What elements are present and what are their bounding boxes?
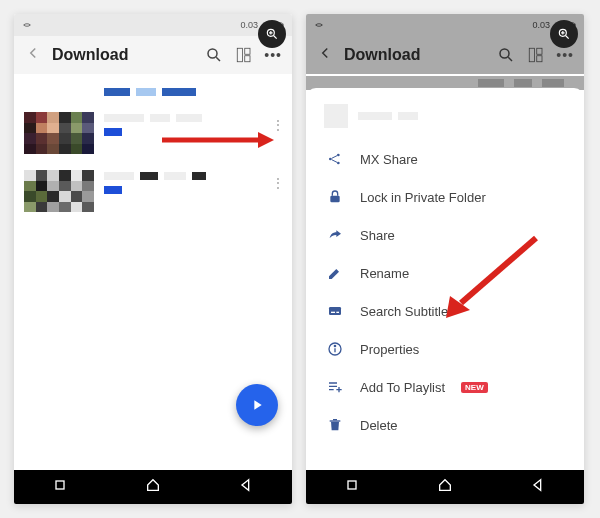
svg-line-11 xyxy=(217,57,221,61)
more-button[interactable]: ••• xyxy=(264,47,282,63)
menu-label: Delete xyxy=(360,418,398,433)
svg-point-42 xyxy=(334,345,335,346)
phone-left: 0.03 Download ••• xyxy=(14,14,292,504)
menu-label: Properties xyxy=(360,342,419,357)
menu-label: Rename xyxy=(360,266,409,281)
svg-rect-49 xyxy=(333,419,337,420)
playlist-add-icon xyxy=(326,378,344,396)
zoom-icon[interactable] xyxy=(258,20,286,48)
menu-properties[interactable]: Properties xyxy=(306,330,584,368)
svg-point-33 xyxy=(329,158,332,161)
page-title: Download xyxy=(344,46,486,64)
android-nav xyxy=(14,470,292,504)
svg-point-10 xyxy=(208,49,217,58)
list-item[interactable]: ⋮ xyxy=(14,104,292,162)
item-more-button[interactable]: ⋮ xyxy=(272,118,284,132)
share-nodes-icon xyxy=(326,150,344,168)
download-list: ⋮ ⋮ xyxy=(14,74,292,470)
list-item[interactable]: ⋮ xyxy=(14,162,292,220)
view-toggle[interactable] xyxy=(234,45,254,65)
android-back-button[interactable] xyxy=(530,477,546,497)
svg-rect-37 xyxy=(329,307,341,315)
menu-lock[interactable]: Lock in Private Folder xyxy=(306,178,584,216)
svg-line-29 xyxy=(509,57,513,61)
home-button[interactable] xyxy=(437,477,453,497)
menu-label: Lock in Private Folder xyxy=(360,190,486,205)
play-fab[interactable] xyxy=(236,384,278,426)
phone-right: 0.03 Download ••• MX Share xyxy=(306,14,584,504)
android-nav xyxy=(306,470,584,504)
svg-rect-48 xyxy=(330,420,341,421)
app-bar: Download ••• xyxy=(14,36,292,74)
menu-rename[interactable]: Rename xyxy=(306,254,584,292)
video-thumbnail xyxy=(24,170,94,212)
item-more-button[interactable]: ⋮ xyxy=(272,176,284,190)
context-menu: MX Share Lock in Private Folder Share Re… xyxy=(306,88,584,470)
menu-label: Search Subtitle xyxy=(360,304,448,319)
list-item[interactable] xyxy=(14,74,292,104)
svg-rect-17 xyxy=(56,481,64,489)
new-badge: NEW xyxy=(461,382,488,393)
svg-rect-52 xyxy=(348,481,356,489)
trash-icon xyxy=(326,416,344,434)
app-bar: Download ••• xyxy=(306,36,584,74)
subtitle-icon xyxy=(326,302,344,320)
svg-rect-31 xyxy=(537,48,542,54)
android-back-button[interactable] xyxy=(238,477,254,497)
recents-button[interactable] xyxy=(344,477,360,497)
svg-point-35 xyxy=(337,162,340,165)
video-thumbnail xyxy=(24,112,94,154)
status-bar: 0.03 xyxy=(306,14,584,36)
status-time: 0.03 xyxy=(240,20,258,30)
svg-rect-36 xyxy=(330,196,339,203)
arrow-share-icon xyxy=(326,226,344,244)
svg-rect-14 xyxy=(245,56,250,62)
menu-delete[interactable]: Delete xyxy=(306,406,584,444)
status-time: 0.03 xyxy=(532,20,550,30)
svg-rect-39 xyxy=(336,312,339,313)
menu-mx-share[interactable]: MX Share xyxy=(306,140,584,178)
menu-label: MX Share xyxy=(360,152,418,167)
view-toggle[interactable] xyxy=(526,45,546,65)
menu-share[interactable]: Share xyxy=(306,216,584,254)
svg-rect-38 xyxy=(331,312,335,313)
svg-rect-12 xyxy=(238,48,243,62)
search-button[interactable] xyxy=(204,45,224,65)
pencil-icon xyxy=(326,264,344,282)
lock-icon xyxy=(326,188,344,206)
sheet-header xyxy=(306,98,584,140)
home-button[interactable] xyxy=(145,477,161,497)
recents-button[interactable] xyxy=(52,477,68,497)
menu-add-playlist[interactable]: Add To Playlist NEW xyxy=(306,368,584,406)
svg-rect-13 xyxy=(245,48,250,54)
back-button[interactable] xyxy=(316,44,334,66)
sheet-thumbnail xyxy=(324,104,348,128)
search-button[interactable] xyxy=(496,45,516,65)
menu-label: Share xyxy=(360,228,395,243)
info-icon xyxy=(326,340,344,358)
menu-search-subtitle[interactable]: Search Subtitle xyxy=(306,292,584,330)
svg-line-1 xyxy=(274,36,277,39)
svg-point-28 xyxy=(500,49,509,58)
svg-rect-30 xyxy=(530,48,535,62)
back-button[interactable] xyxy=(24,44,42,66)
page-title: Download xyxy=(52,46,194,64)
more-button[interactable]: ••• xyxy=(556,47,574,63)
zoom-icon[interactable] xyxy=(550,20,578,48)
svg-line-19 xyxy=(566,36,569,39)
svg-rect-32 xyxy=(537,56,542,62)
menu-label: Add To Playlist xyxy=(360,380,445,395)
status-bar: 0.03 xyxy=(14,14,292,36)
svg-point-34 xyxy=(337,154,340,157)
